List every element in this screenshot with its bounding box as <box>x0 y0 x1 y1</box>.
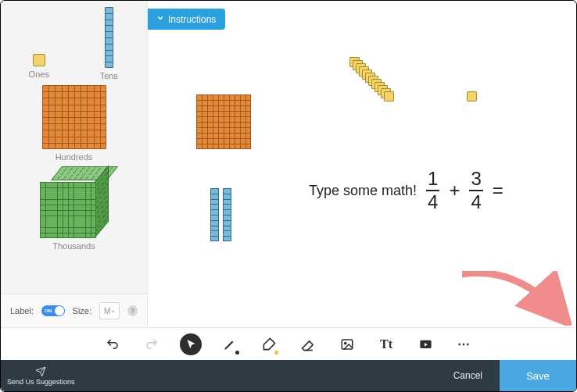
palette-thousands[interactable]: Thousands <box>7 166 141 251</box>
equals-operator: = <box>493 180 504 201</box>
tens-label: Tens <box>100 71 118 80</box>
footer: Send Us Suggestions Cancel Save <box>1 360 576 391</box>
size-select[interactable]: M ▴ <box>99 302 120 319</box>
annotation-arrow-icon <box>462 271 572 326</box>
pen-tool-button[interactable] <box>219 333 241 355</box>
fraction-1: 1 4 <box>426 169 439 212</box>
image-tool-button[interactable] <box>336 333 358 355</box>
save-button[interactable]: Save <box>500 360 576 391</box>
ones-block-icon <box>33 54 45 66</box>
app-frame: Ones Tens Hundreds <box>1 1 576 391</box>
palette-row-thousands: Thousands <box>7 166 141 251</box>
placed-ones-stack[interactable] <box>349 57 404 112</box>
fraction-2-den: 4 <box>469 190 482 212</box>
highlighter-color-dot-icon <box>274 351 278 355</box>
label-toggle[interactable]: ON <box>41 305 65 316</box>
svg-point-1 <box>345 342 346 344</box>
save-label: Save <box>526 370 550 382</box>
chevron-down-icon <box>156 13 165 25</box>
hundreds-block-icon <box>42 85 106 149</box>
placed-ones-block[interactable] <box>467 91 477 102</box>
highlighter-tool-button[interactable] <box>258 333 280 355</box>
instructions-label: Instructions <box>168 14 216 25</box>
text-tool-button[interactable]: Tt <box>375 333 397 355</box>
thousands-label: Thousands <box>52 241 95 251</box>
palette: Ones Tens Hundreds <box>1 1 147 294</box>
math-expression[interactable]: Type some math! 1 4 + 3 4 = <box>309 169 504 212</box>
eraser-tool-button[interactable] <box>297 333 319 355</box>
hundreds-label: Hundreds <box>56 152 93 162</box>
send-suggestions-button[interactable]: Send Us Suggestions <box>1 366 81 386</box>
chevron-up-icon: ▴ <box>112 308 115 314</box>
undo-button[interactable] <box>102 333 124 355</box>
label-caption: Label: <box>10 306 34 315</box>
placed-tens-block-1[interactable] <box>210 188 219 241</box>
palette-ones[interactable]: Ones <box>7 7 71 80</box>
placed-tens-block-2[interactable] <box>223 188 231 241</box>
plus-operator: + <box>449 180 460 201</box>
more-tools-button[interactable]: ⋯ <box>453 333 475 355</box>
sidebar-controls: Label: ON Size: M ▴ ? <box>1 294 147 327</box>
pen-color-dot-icon <box>235 351 239 355</box>
tens-block-icon <box>105 7 113 68</box>
fraction-1-den: 4 <box>426 190 439 212</box>
size-value: M <box>104 307 110 315</box>
fraction-2: 3 4 <box>469 169 482 212</box>
select-tool-button[interactable] <box>180 333 202 355</box>
work-area: Ones Tens Hundreds <box>1 1 576 327</box>
ones-label: Ones <box>29 69 49 79</box>
placed-hundreds-block[interactable] <box>196 94 251 149</box>
svg-rect-0 <box>342 340 353 349</box>
palette-hundreds[interactable]: Hundreds <box>7 85 141 162</box>
video-tool-button[interactable] <box>414 333 436 355</box>
instructions-button[interactable]: Instructions <box>148 9 225 30</box>
redo-button[interactable] <box>141 333 163 355</box>
help-icon[interactable]: ? <box>127 305 138 316</box>
fraction-1-num: 1 <box>426 169 439 190</box>
palette-tens[interactable]: Tens <box>77 7 142 80</box>
math-prompt: Type some math! <box>309 183 417 199</box>
palette-row-hundreds: Hundreds <box>7 85 141 162</box>
size-caption: Size: <box>73 306 91 315</box>
paper-plane-icon <box>34 366 47 377</box>
palette-row-ones-tens: Ones Tens <box>7 7 141 80</box>
cancel-button[interactable]: Cancel <box>436 360 500 391</box>
thousands-block-icon <box>40 166 109 238</box>
canvas[interactable]: Instructions Type some ma <box>148 1 576 327</box>
manipulatives-sidebar: Ones Tens Hundreds <box>1 1 148 327</box>
fraction-2-num: 3 <box>469 169 482 190</box>
cancel-label: Cancel <box>453 370 482 381</box>
label-toggle-text: ON <box>45 308 52 313</box>
send-suggestions-label: Send Us Suggestions <box>7 378 75 386</box>
toolbar: Tt ⋯ <box>1 327 576 360</box>
